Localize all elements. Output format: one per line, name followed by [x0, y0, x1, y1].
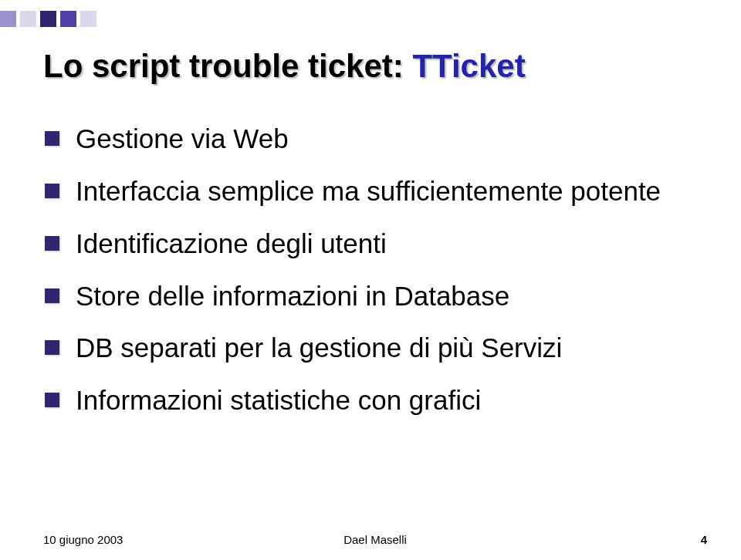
slide-footer: 10 giugno 2003 Dael Maselli 4	[43, 533, 707, 546]
footer-author: Dael Maselli	[343, 533, 407, 546]
slide-title: Lo script trouble ticket: TTicket	[43, 48, 704, 85]
title-text: Lo script trouble ticket:	[43, 48, 412, 84]
decor-square	[60, 11, 76, 27]
decor-square	[40, 11, 56, 27]
bullet-list: Gestione via Web Interfaccia semplice ma…	[43, 122, 704, 417]
decor-square	[0, 11, 16, 27]
bullet-item: Gestione via Web	[43, 122, 704, 156]
bullet-item: DB separati per la gestione di più Servi…	[43, 331, 704, 365]
title-highlight: TTicket	[412, 48, 525, 84]
footer-date: 10 giugno 2003	[43, 533, 123, 546]
bullet-item: Store delle informazioni in Database	[43, 279, 704, 313]
decor-square	[80, 11, 96, 27]
decor-white-bar	[0, 15, 741, 23]
bullet-item: Interfaccia semplice ma sufficientemente…	[43, 174, 704, 208]
slide-top-decoration	[0, 0, 741, 34]
bullet-item: Identificazione degli utenti	[43, 227, 704, 261]
decor-square	[20, 11, 36, 27]
footer-page: 4	[701, 533, 707, 546]
slide-content: Lo script trouble ticket: TTicket Gestio…	[43, 48, 704, 517]
bullet-item: Informazioni statistiche con grafici	[43, 383, 704, 417]
